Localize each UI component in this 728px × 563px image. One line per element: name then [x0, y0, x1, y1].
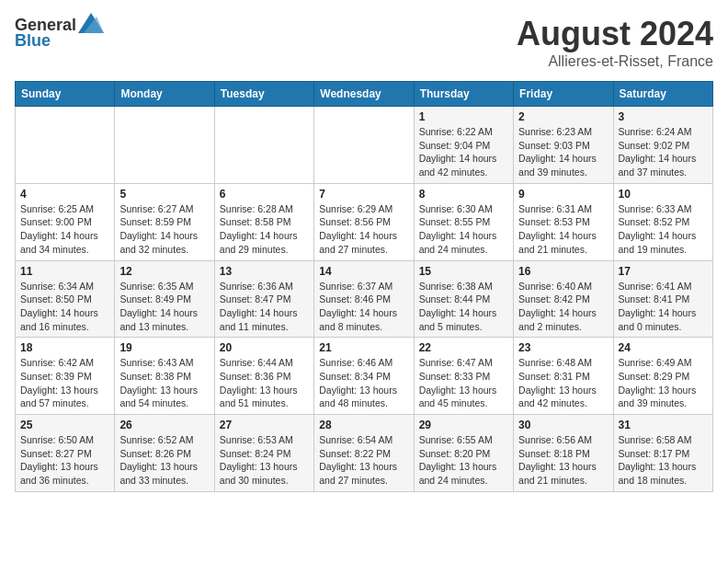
calendar-cell: 7Sunrise: 6:29 AMSunset: 8:56 PMDaylight… — [314, 183, 414, 260]
calendar-cell — [214, 107, 313, 184]
day-number: 16 — [518, 265, 608, 278]
calendar-cell: 12Sunrise: 6:35 AMSunset: 8:49 PMDayligh… — [115, 260, 214, 338]
day-info: Sunrise: 6:35 AMSunset: 8:49 PMDaylight:… — [119, 280, 209, 334]
day-info: Sunrise: 6:50 AMSunset: 8:27 PMDaylight:… — [20, 433, 109, 488]
day-number: 14 — [319, 265, 408, 278]
day-info: Sunrise: 6:27 AMSunset: 8:59 PMDaylight:… — [119, 202, 209, 257]
calendar-cell: 16Sunrise: 6:40 AMSunset: 8:42 PMDayligh… — [514, 260, 613, 338]
calendar-table: SundayMondayTuesdayWednesdayThursdayFrid… — [15, 81, 713, 492]
calendar-cell: 5Sunrise: 6:27 AMSunset: 8:59 PMDaylight… — [115, 183, 214, 260]
day-number: 8 — [419, 188, 508, 201]
day-header-thursday: Thursday — [414, 82, 513, 107]
day-number: 1 — [419, 110, 508, 123]
calendar-cell: 23Sunrise: 6:48 AMSunset: 8:31 PMDayligh… — [514, 338, 613, 415]
month-year: August 2024 — [517, 15, 713, 53]
week-row-0: 1Sunrise: 6:22 AMSunset: 9:04 PMDaylight… — [16, 107, 713, 184]
day-info: Sunrise: 6:56 AMSunset: 8:18 PMDaylight:… — [518, 433, 608, 488]
day-info: Sunrise: 6:30 AMSunset: 8:55 PMDaylight:… — [419, 202, 508, 257]
week-row-4: 25Sunrise: 6:50 AMSunset: 8:27 PMDayligh… — [16, 415, 713, 492]
header: General Blue August 2024 Allieres-et-Ris… — [15, 15, 713, 70]
calendar-cell: 9Sunrise: 6:31 AMSunset: 8:53 PMDaylight… — [514, 183, 613, 260]
day-number: 21 — [319, 341, 408, 354]
calendar-cell: 15Sunrise: 6:38 AMSunset: 8:44 PMDayligh… — [414, 260, 513, 338]
day-number: 31 — [619, 419, 708, 431]
day-info: Sunrise: 6:28 AMSunset: 8:58 PMDaylight:… — [220, 202, 309, 257]
day-number: 28 — [319, 419, 408, 431]
calendar-cell: 19Sunrise: 6:43 AMSunset: 8:38 PMDayligh… — [115, 338, 214, 415]
day-info: Sunrise: 6:42 AMSunset: 8:39 PMDaylight:… — [20, 356, 109, 410]
day-number: 20 — [220, 341, 309, 354]
calendar-cell: 2Sunrise: 6:23 AMSunset: 9:03 PMDaylight… — [514, 107, 613, 184]
calendar-cell: 24Sunrise: 6:49 AMSunset: 8:29 PMDayligh… — [613, 338, 712, 415]
day-number: 3 — [619, 110, 708, 123]
day-number: 23 — [518, 341, 608, 354]
calendar-cell: 25Sunrise: 6:50 AMSunset: 8:27 PMDayligh… — [16, 415, 115, 492]
day-header-saturday: Saturday — [613, 82, 712, 107]
day-info: Sunrise: 6:41 AMSunset: 8:41 PMDaylight:… — [619, 280, 708, 334]
calendar-cell: 26Sunrise: 6:52 AMSunset: 8:26 PMDayligh… — [115, 415, 214, 492]
day-info: Sunrise: 6:38 AMSunset: 8:44 PMDaylight:… — [419, 280, 508, 334]
calendar-cell — [314, 107, 414, 184]
day-header-wednesday: Wednesday — [314, 82, 414, 107]
logo-icon — [78, 13, 104, 33]
day-info: Sunrise: 6:36 AMSunset: 8:47 PMDaylight:… — [220, 280, 309, 334]
day-number: 19 — [119, 341, 209, 354]
day-number: 7 — [319, 188, 408, 201]
logo: General Blue — [15, 15, 104, 51]
calendar-cell: 20Sunrise: 6:44 AMSunset: 8:36 PMDayligh… — [214, 338, 313, 415]
day-number: 6 — [220, 188, 309, 201]
day-info: Sunrise: 6:46 AMSunset: 8:34 PMDaylight:… — [319, 356, 408, 410]
day-number: 30 — [518, 419, 608, 431]
day-info: Sunrise: 6:37 AMSunset: 8:46 PMDaylight:… — [319, 280, 408, 334]
day-number: 24 — [619, 341, 708, 354]
day-info: Sunrise: 6:48 AMSunset: 8:31 PMDaylight:… — [518, 356, 608, 410]
day-header-tuesday: Tuesday — [214, 82, 313, 107]
day-number: 9 — [518, 188, 608, 201]
day-number: 15 — [419, 265, 508, 278]
week-row-1: 4Sunrise: 6:25 AMSunset: 9:00 PMDaylight… — [16, 183, 713, 260]
day-number: 12 — [119, 265, 209, 278]
day-number: 29 — [419, 419, 508, 431]
day-info: Sunrise: 6:55 AMSunset: 8:20 PMDaylight:… — [419, 433, 508, 488]
day-info: Sunrise: 6:29 AMSunset: 8:56 PMDaylight:… — [319, 202, 408, 257]
calendar-cell: 17Sunrise: 6:41 AMSunset: 8:41 PMDayligh… — [613, 260, 712, 338]
day-info: Sunrise: 6:44 AMSunset: 8:36 PMDaylight:… — [220, 356, 309, 410]
day-info: Sunrise: 6:25 AMSunset: 9:00 PMDaylight:… — [20, 202, 109, 257]
day-number: 10 — [619, 188, 708, 201]
calendar-cell: 21Sunrise: 6:46 AMSunset: 8:34 PMDayligh… — [314, 338, 414, 415]
day-info: Sunrise: 6:22 AMSunset: 9:04 PMDaylight:… — [419, 125, 508, 179]
day-info: Sunrise: 6:33 AMSunset: 8:52 PMDaylight:… — [619, 202, 708, 257]
day-info: Sunrise: 6:52 AMSunset: 8:26 PMDaylight:… — [119, 433, 209, 488]
day-number: 17 — [619, 265, 708, 278]
day-info: Sunrise: 6:40 AMSunset: 8:42 PMDaylight:… — [518, 280, 608, 334]
day-number: 4 — [20, 188, 109, 201]
day-number: 13 — [220, 265, 309, 278]
calendar-cell: 18Sunrise: 6:42 AMSunset: 8:39 PMDayligh… — [16, 338, 115, 415]
day-info: Sunrise: 6:53 AMSunset: 8:24 PMDaylight:… — [220, 433, 309, 488]
day-info: Sunrise: 6:31 AMSunset: 8:53 PMDaylight:… — [518, 202, 608, 257]
day-number: 25 — [20, 419, 109, 431]
day-info: Sunrise: 6:34 AMSunset: 8:50 PMDaylight:… — [20, 280, 109, 334]
day-info: Sunrise: 6:24 AMSunset: 9:02 PMDaylight:… — [619, 125, 708, 179]
calendar-cell: 6Sunrise: 6:28 AMSunset: 8:58 PMDaylight… — [214, 183, 313, 260]
logo-blue: Blue — [15, 31, 51, 51]
week-row-2: 11Sunrise: 6:34 AMSunset: 8:50 PMDayligh… — [16, 260, 713, 338]
day-info: Sunrise: 6:43 AMSunset: 8:38 PMDaylight:… — [119, 356, 209, 410]
day-header-friday: Friday — [514, 82, 613, 107]
day-number: 11 — [20, 265, 109, 278]
day-info: Sunrise: 6:47 AMSunset: 8:33 PMDaylight:… — [419, 356, 508, 410]
location: Allieres-et-Risset, France — [517, 53, 713, 70]
day-number: 22 — [419, 341, 508, 354]
week-row-3: 18Sunrise: 6:42 AMSunset: 8:39 PMDayligh… — [16, 338, 713, 415]
day-header-sunday: Sunday — [16, 82, 115, 107]
day-number: 18 — [20, 341, 109, 354]
calendar-header-row: SundayMondayTuesdayWednesdayThursdayFrid… — [16, 82, 713, 107]
calendar-cell: 3Sunrise: 6:24 AMSunset: 9:02 PMDaylight… — [613, 107, 712, 184]
calendar-cell — [16, 107, 115, 184]
day-info: Sunrise: 6:23 AMSunset: 9:03 PMDaylight:… — [518, 125, 608, 179]
title-area: August 2024 Allieres-et-Risset, France — [517, 15, 713, 70]
calendar-cell: 30Sunrise: 6:56 AMSunset: 8:18 PMDayligh… — [514, 415, 613, 492]
day-number: 2 — [518, 110, 608, 123]
calendar-cell: 14Sunrise: 6:37 AMSunset: 8:46 PMDayligh… — [314, 260, 414, 338]
day-info: Sunrise: 6:49 AMSunset: 8:29 PMDaylight:… — [619, 356, 708, 410]
